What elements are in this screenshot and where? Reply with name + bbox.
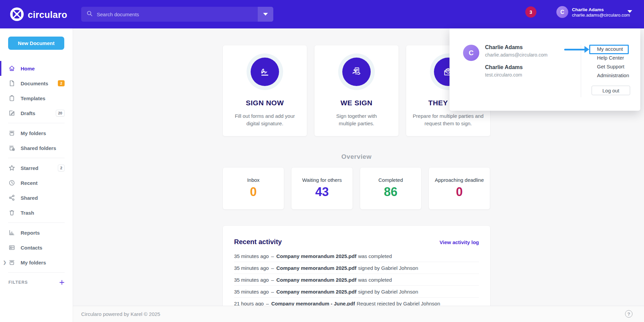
menu-item-administration[interactable]: Administration [597,72,629,78]
activity-time: 35 minutes ago [234,277,269,283]
search-icon [87,10,93,18]
card-title: SIGN NOW [246,99,284,107]
stat-label: Completed [360,177,421,183]
sidebar-item-label: Home [21,66,35,71]
sidebar-item-shared-folders[interactable]: Shared folders [0,141,73,155]
sidebar-item-recent[interactable]: Recent [0,175,73,190]
user-menu-caret[interactable] [627,13,632,19]
notifications-badge[interactable]: 3 [525,6,536,18]
stat-label: Approaching deadline [429,177,490,183]
activity-time: 35 minutes ago [234,253,269,259]
stat-completed[interactable]: Completed 86 [360,168,421,209]
circularo-logo-icon [10,7,24,22]
sidebar-item-contacts[interactable]: Contacts [0,240,73,255]
activity-document: Company memorandum 2025.pdf [276,253,356,259]
user-name: Charlie Adams [572,7,630,13]
activity-action: signed by Gabriel Johnson [358,289,418,295]
sidebar-item-label: Starred [21,165,39,171]
we-sign-card[interactable]: WE SIGN Sign together with multiple part… [315,45,398,136]
documents-count-badge: 2 [58,80,65,86]
user-menu-trigger[interactable]: Charlie Adams charlie.adams@circularo.co… [572,7,630,18]
stat-value: 0 [429,185,490,199]
avatar: C [463,45,479,61]
account-name[interactable]: Charlie Adams [485,64,523,70]
menu-item-help-center[interactable]: Help Center [597,55,629,61]
activity-separator: – [271,277,274,283]
activity-row[interactable]: 35 minutes ago – Company memorandum 2025… [234,250,479,262]
filters-section: FILTERS [0,275,73,290]
stat-waiting-for-others[interactable]: Waiting for others 43 [292,168,352,209]
drafts-count-badge: 20 [56,110,65,116]
search-scope-dropdown[interactable] [258,7,273,22]
account-name[interactable]: Charlie Adams [485,44,523,50]
activity-time: 35 minutes ago [234,289,269,295]
sidebar-item-label: Reports [21,230,40,236]
sidebar-item-label: Trash [21,210,34,216]
card-description: Prepare for multiple parties and request… [408,112,489,127]
bar-chart-icon [8,229,15,236]
trash-icon [8,209,15,216]
clock-icon [8,179,15,186]
filters-label: FILTERS [8,280,28,285]
overview-heading: Overview [223,153,490,160]
sidebar-divider [8,158,65,158]
star-icon [8,165,15,171]
sidebar-item-templates[interactable]: Templates [0,91,73,106]
sidebar-item-documents[interactable]: Documents 2 [0,76,73,91]
sign-now-card[interactable]: SIGN NOW Fill out forms and add your dig… [223,45,307,136]
drawer-icon [8,259,15,266]
sidebar-item-home[interactable]: Home [0,61,73,76]
search-input[interactable] [97,12,258,17]
view-activity-log-link[interactable]: View activity log [440,239,479,245]
activity-row[interactable]: 35 minutes ago – Company memorandum 2025… [234,262,479,274]
stat-inbox[interactable]: Inbox 0 [223,168,284,209]
icon-halo [338,53,375,90]
sidebar-item-label: My folders [21,260,46,265]
stat-value: 43 [292,185,352,199]
stat-approaching-deadline[interactable]: Approaching deadline 0 [429,168,490,209]
sidebar-item-my-folders[interactable]: My folders [0,126,73,141]
chevron-right-icon[interactable]: ❯ [3,260,6,265]
activity-time: 21 hours ago [234,301,264,306]
menu-item-my-account[interactable]: My account [597,46,629,52]
sidebar-item-label: Documents [21,81,48,86]
activity-separator: – [266,301,269,306]
activity-row[interactable]: 35 minutes ago – Company memorandum 2025… [234,274,479,286]
brand-name: circularo [28,10,67,20]
shared-drawer-icon [8,145,15,151]
help-icon[interactable]: ? [625,310,632,318]
logout-button[interactable]: Log out [592,86,630,95]
sidebar-item-reports[interactable]: Reports [0,225,73,240]
sidebar-divider [8,222,65,223]
share-icon [8,194,15,201]
menu-item-get-support[interactable]: Get Support [597,64,629,69]
activity-row[interactable]: 21 hours ago – Company memorandum - June… [234,298,479,306]
sidebar-item-label: Shared folders [21,145,56,151]
sidebar-item-shared[interactable]: Shared [0,190,73,205]
icon-halo [247,53,283,90]
sidebar-item-drafts[interactable]: Drafts 20 [0,106,73,121]
card-description: Sign together with multiple parties. [336,112,378,127]
add-filter-button[interactable] [59,280,65,285]
sidebar-divider [8,272,65,273]
new-document-button[interactable]: New Document [8,37,64,50]
sidebar-item-starred[interactable]: Starred 2 [0,160,73,175]
activity-action: signed by Gabriel Johnson [358,265,418,271]
overview-stats: Inbox 0 Waiting for others 43 Completed … [223,168,490,209]
stat-value: 86 [360,185,421,199]
stat-value: 0 [223,185,284,199]
starred-count-badge: 2 [58,165,65,171]
activity-document: Company memorandum - June.pdf [271,301,355,306]
user-dropdown-panel: C Charlie Adams charlie.adams@circularo.… [450,28,640,111]
signature-icon [251,58,279,86]
dropdown-divider [581,45,581,97]
activity-separator: – [271,253,274,259]
sidebar-item-my-folders-tree[interactable]: ❯ My folders [0,255,73,270]
activity-list: 35 minutes ago – Company memorandum 2025… [234,250,479,306]
avatar[interactable]: C [556,6,568,18]
sidebar-nav: Home Documents 2 Templates Drafts 20 [0,61,73,290]
activity-row[interactable]: 35 minutes ago – Company memorandum 2025… [234,286,479,298]
stat-label: Waiting for others [292,177,352,183]
app-logo[interactable]: circularo [10,7,67,22]
sidebar-item-trash[interactable]: Trash [0,205,73,220]
